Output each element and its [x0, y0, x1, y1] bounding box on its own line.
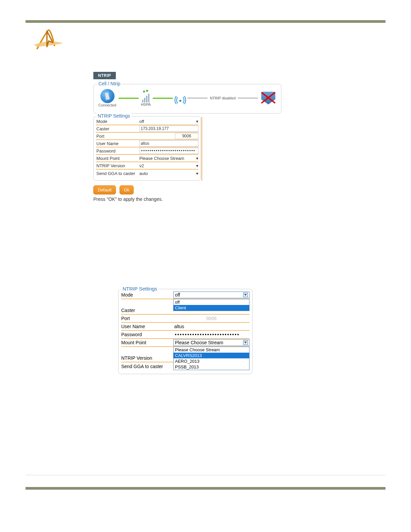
signal-hspa: HSPA	[141, 90, 150, 106]
antenna-icon	[175, 93, 185, 103]
brand-logo-icon	[30, 29, 67, 52]
caster-input[interactable]: 173.203.19.177	[139, 126, 198, 132]
ntrip-settings-panel: NTRIP Settings Mode off▾ Caster 173.203.…	[93, 116, 201, 181]
chevron-down-icon	[243, 340, 248, 345]
mount-option-pssb[interactable]: PSSB_2013	[174, 364, 249, 370]
label-gga: Send GGA to caster	[96, 171, 139, 176]
bottom-bar	[26, 487, 385, 490]
label-gga-2: Send GGA to caster	[121, 364, 173, 369]
thin-divider	[26, 475, 385, 475]
default-button[interactable]: Default	[93, 185, 116, 194]
mode-dropdown-list[interactable]: off Client	[173, 299, 249, 311]
label-port-2: Port	[121, 316, 173, 321]
label-password-2: Password	[121, 332, 173, 337]
mount-dropdown-list[interactable]: Please Choose Stream CALVRS2013 AERO_201…	[173, 347, 249, 370]
label-version-2: NTRIP Version	[121, 355, 173, 361]
label-caster: Caster	[96, 126, 139, 131]
screenshot-ntrip-dropdowns: NTRIP Settings Mode off off Client Caste…	[118, 289, 253, 374]
row-version: NTRIP Version v2▾	[96, 162, 198, 170]
tab-ntrip[interactable]: NTRIP	[93, 72, 116, 79]
signal-label: HSPA	[141, 102, 150, 106]
username-input-2[interactable]: altus	[173, 324, 249, 329]
updown-arrows-icon	[143, 90, 148, 92]
label-mode: Mode	[96, 119, 139, 124]
label-mode-2: Mode	[121, 292, 173, 298]
link-line-gray	[187, 98, 208, 98]
shield-x-icon	[260, 91, 276, 105]
signal-bars-icon	[142, 93, 149, 102]
phone-icon	[100, 89, 115, 103]
gga-select[interactable]: auto▾	[139, 171, 198, 176]
ntrip-settings-legend: NTRIP Settings	[96, 113, 131, 119]
row-mount: Mount Point Please Choose Stream▾	[96, 155, 198, 162]
version-select[interactable]: v2▾	[139, 163, 198, 168]
password-input-2[interactable]: ••••••••••••••••••••••••••	[173, 332, 249, 337]
port-ghost-value: 9006	[173, 316, 249, 321]
mount-option-calvrs[interactable]: CALVRS2013	[174, 353, 249, 358]
ntrip-settings-panel-2: NTRIP Settings Mode off off Client Caste…	[118, 289, 253, 374]
cell-ntrip-legend: Cell / Ntrip	[97, 81, 122, 86]
row-username: User Name altus	[96, 140, 198, 147]
label-mount-2: Mount Point	[121, 340, 173, 345]
top-bar	[26, 20, 385, 23]
ntrip-settings-legend-2: NTRIP Settings	[121, 286, 158, 292]
label-username-2: User Name	[121, 324, 173, 329]
mount-option-aero[interactable]: AERO_2013	[174, 358, 249, 364]
username-input[interactable]: altus	[139, 140, 198, 146]
label-username: User Name	[96, 141, 139, 146]
screenshot-ntrip-main: NTRIP Cell / Ntrip Connected HSPA	[93, 72, 281, 202]
row-port: Port 9006	[96, 133, 198, 140]
label-password: Password	[96, 148, 139, 153]
ntrip-shield	[260, 91, 276, 105]
mount-option-placeholder[interactable]: Please Choose Stream	[174, 347, 249, 353]
cell-phone-status: Connected	[98, 89, 116, 107]
cell-ntrip-panel: Cell / Ntrip Connected HSPA	[93, 84, 281, 114]
label-caster-2: Caster	[121, 308, 173, 313]
helper-text: Press "OK" to apply the changes.	[93, 196, 281, 202]
label-mount: Mount Point	[96, 156, 139, 161]
label-version: NTRIP Version	[96, 163, 139, 168]
port-input[interactable]: 9006	[175, 133, 198, 139]
ok-button[interactable]: Ok	[120, 185, 134, 194]
mode-option-off[interactable]: off	[174, 299, 249, 305]
mode-option-client[interactable]: Client	[174, 305, 249, 311]
label-port: Port	[96, 134, 139, 139]
mode-select[interactable]: off▾	[139, 119, 198, 124]
link-line-green-1	[119, 98, 139, 99]
ntrip-disabled-label: NTRIP disabled	[210, 96, 236, 100]
mount-select[interactable]: Please Choose Stream▾	[139, 156, 198, 161]
mount-select-2[interactable]: Please Choose Stream	[173, 339, 249, 346]
chevron-down-icon	[243, 293, 248, 297]
antenna-item	[175, 93, 185, 103]
password-input[interactable]: ••••••••••••••••••••••••••	[139, 148, 198, 154]
mode-select-2[interactable]: off	[173, 292, 249, 298]
phone-status-label: Connected	[98, 103, 116, 107]
row-caster: Caster 173.203.19.177	[96, 125, 198, 133]
link-line-green-2	[153, 98, 173, 99]
link-line-gray-2	[238, 98, 258, 98]
row-mode: Mode off▾	[96, 118, 198, 125]
row-gga: Send GGA to caster auto▾	[96, 170, 198, 177]
vertical-divider-orange	[201, 117, 202, 181]
row-password: Password ••••••••••••••••••••••••••	[96, 147, 198, 155]
